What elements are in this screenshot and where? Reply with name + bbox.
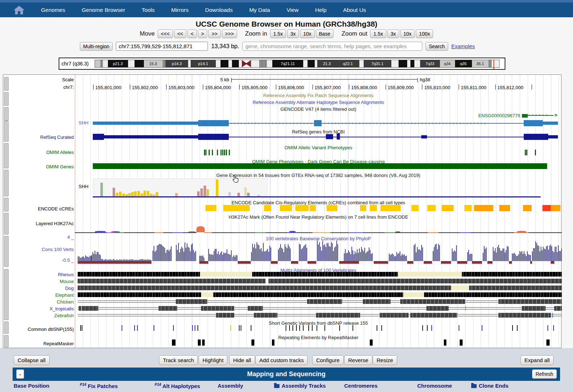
ideo-band-36.1[interactable]: 36.1: [472, 60, 489, 67]
ideo-band[interactable]: [488, 60, 491, 67]
ccre-box[interactable]: [280, 205, 292, 211]
gtex-bar[interactable]: [200, 188, 203, 196]
ideo-band[interactable]: [228, 60, 232, 67]
snp-tick[interactable]: [312, 325, 313, 331]
omim-variant-tick[interactable]: [226, 150, 227, 155]
ideo-band[interactable]: [267, 60, 272, 67]
omim-variant-tick[interactable]: [222, 150, 223, 155]
track-link-centromeres[interactable]: Centromeres: [344, 383, 378, 389]
ideo-band[interactable]: [216, 60, 221, 67]
exon-block[interactable]: [543, 122, 558, 125]
title-h3k[interactable]: H3K27Ac Mark (Often Found Near Regulator…: [75, 214, 562, 220]
exon-block[interactable]: [524, 134, 548, 140]
align-block[interactable]: [522, 306, 546, 311]
snp-tick[interactable]: [296, 325, 297, 331]
move-<<[interactable]: <<: [174, 29, 186, 38]
snp-tick[interactable]: [422, 325, 423, 331]
home-icon[interactable]: [13, 5, 25, 15]
snp-tick[interactable]: [195, 325, 195, 331]
omim-variant-tick[interactable]: [229, 150, 230, 155]
track-handle[interactable]: [4, 269, 9, 320]
ideo-band-p14.1[interactable]: p14.1: [191, 60, 216, 67]
gtex-bar[interactable]: [244, 187, 247, 196]
ideo-band[interactable]: [128, 60, 135, 67]
snp-tick[interactable]: [547, 325, 548, 331]
move->>>[interactable]: >>>: [222, 29, 237, 38]
align-block[interactable]: [176, 299, 207, 304]
ideo-band-15.3[interactable]: 15.3: [144, 60, 163, 67]
omim-variant-tick[interactable]: [217, 150, 218, 155]
snp-tick[interactable]: [134, 325, 135, 331]
zoom-out-100x[interactable]: 100x: [416, 29, 433, 38]
snp-tick[interactable]: [286, 325, 286, 331]
zoom-out-10x[interactable]: 10x: [400, 29, 415, 38]
exon-block[interactable]: [337, 133, 340, 140]
ideo-band[interactable]: [259, 60, 267, 67]
align-block[interactable]: [400, 299, 465, 304]
snp-tick[interactable]: [303, 325, 304, 331]
ideo-band[interactable]: [100, 60, 103, 67]
resize-button[interactable]: Resize: [373, 355, 397, 365]
ideo-band[interactable]: [220, 60, 228, 67]
snp-tick[interactable]: [122, 325, 122, 331]
hide-all-button[interactable]: Hide all: [229, 355, 255, 365]
gtex-bar[interactable]: [150, 194, 153, 196]
nav-my-data[interactable]: My Data: [249, 7, 270, 13]
snp-tick[interactable]: [82, 325, 82, 331]
ideo-band[interactable]: [135, 60, 144, 67]
track-handle[interactable]: [4, 92, 9, 106]
zoom-in-3x[interactable]: 3x: [287, 29, 299, 38]
snp-tick[interactable]: [154, 325, 154, 331]
ccre-box[interactable]: [551, 205, 560, 211]
ideo-band[interactable]: [315, 60, 317, 67]
nav-view[interactable]: View: [287, 7, 299, 13]
gtex-bar[interactable]: [204, 186, 206, 196]
track-handle[interactable]: [4, 335, 9, 347]
nav-mirrors[interactable]: Mirrors: [171, 7, 188, 13]
omim-variant-tick[interactable]: [224, 150, 225, 155]
snp-tick[interactable]: [324, 325, 325, 331]
nav-help[interactable]: Help: [315, 7, 327, 13]
species-label-x_tropicalis[interactable]: X_tropicalis: [12, 306, 74, 311]
zoom-out-1.5x[interactable]: 1.5x: [370, 29, 386, 38]
ideo-band-q34[interactable]: q34: [440, 60, 455, 67]
ccre-box[interactable]: [327, 205, 337, 211]
title-refseq[interactable]: RefSeq genes from NCBI: [75, 129, 562, 135]
gtex-bar[interactable]: [175, 193, 178, 196]
track-link-assembly[interactable]: Assembly: [218, 383, 243, 389]
exon-block[interactable]: [198, 120, 229, 126]
zoom-in-10x[interactable]: 10x: [300, 29, 315, 38]
align-block[interactable]: [307, 299, 342, 304]
align-row-rhesus[interactable]: [78, 272, 562, 277]
track-handle[interactable]: [4, 107, 9, 121]
snp-tick[interactable]: [517, 325, 518, 331]
h3k-track-label[interactable]: Layered H3K27Ac: [8, 221, 74, 226]
move-<[interactable]: <: [187, 29, 197, 38]
ideo-band-7q33[interactable]: 7q33: [420, 60, 440, 67]
snp-tick[interactable]: [289, 325, 290, 331]
snp-tick[interactable]: [299, 325, 300, 331]
nav-downloads[interactable]: Downloads: [205, 7, 233, 13]
track-handle[interactable]: [4, 121, 9, 142]
snp-tick[interactable]: [241, 325, 241, 331]
exon-block[interactable]: [314, 120, 322, 126]
highlight-button[interactable]: Highlight: [199, 355, 227, 365]
ccre-box[interactable]: [370, 205, 377, 211]
align-line-x_tropicalis[interactable]: [78, 306, 562, 311]
gtex-bar[interactable]: [216, 179, 218, 196]
snp-tick[interactable]: [459, 325, 459, 331]
ideo-band[interactable]: [251, 60, 260, 67]
omim-variant-tick[interactable]: [212, 150, 213, 155]
snp-tick[interactable]: [192, 325, 193, 331]
align-block[interactable]: [380, 313, 409, 318]
ideo-band-q22.1[interactable]: q22.1: [337, 60, 359, 67]
species-label-zebrafish[interactable]: Zebrafish: [12, 313, 74, 318]
gtex-bar[interactable]: [119, 192, 122, 196]
repeat-box[interactable]: [198, 339, 201, 346]
refresh-button[interactable]: Refresh: [532, 369, 557, 379]
ideo-band[interactable]: [308, 60, 315, 67]
track-link-base-position[interactable]: Base Position: [14, 383, 49, 389]
zoom-out-3x[interactable]: 3x: [387, 29, 399, 38]
align-row-mouse[interactable]: [78, 279, 562, 283]
ideo-band[interactable]: [410, 60, 415, 67]
